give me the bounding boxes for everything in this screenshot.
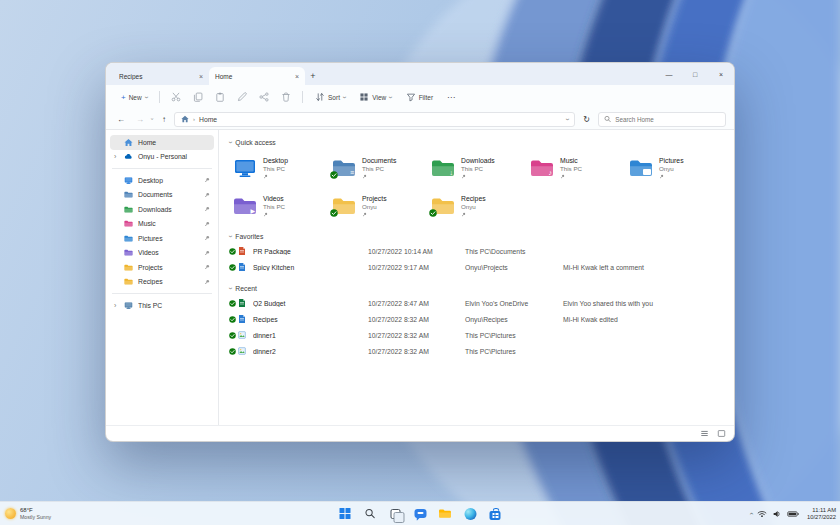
back-button[interactable]: ← (114, 115, 128, 124)
breadcrumb[interactable]: Home (199, 116, 217, 123)
up-button[interactable]: ↑ (159, 115, 169, 124)
taskbar-clock[interactable]: 11:11 AM 10/27/2022 (807, 507, 836, 521)
file-row-dinner2[interactable]: dinner2 10/27/2022 8:32 AM This PC\Pictu… (229, 343, 726, 359)
desktop: Recipes × Home × + — □ × + New › (0, 0, 840, 525)
refresh-button[interactable]: ↻ (580, 115, 593, 124)
pictures-folder-icon (629, 158, 653, 178)
weather-widget[interactable]: 68°F Mostly Sunny (5, 507, 51, 520)
cut-button[interactable] (167, 89, 185, 105)
delete-button[interactable] (277, 89, 295, 105)
sidebar-item-desktop[interactable]: Desktop (110, 173, 214, 188)
minimize-button[interactable]: — (656, 63, 682, 85)
battery-icon[interactable] (787, 510, 799, 518)
task-view-button[interactable] (387, 505, 404, 522)
sidebar-item-music[interactable]: Music (110, 217, 214, 232)
paste-button[interactable] (211, 89, 229, 105)
large-thumbnails-view-toggle[interactable] (717, 429, 726, 438)
expander-icon[interactable]: › (114, 153, 116, 160)
file-icon (238, 298, 246, 308)
search-box[interactable] (598, 112, 726, 127)
pin-icon (461, 174, 466, 179)
edge-button[interactable] (462, 505, 479, 522)
tab-close-icon[interactable]: × (295, 73, 299, 80)
breadcrumb-bar[interactable]: › Home › (174, 112, 575, 127)
collapse-chevron-icon[interactable]: › (227, 235, 234, 237)
share-icon (259, 92, 269, 102)
sidebar-item-this-pc[interactable]: › This PC (110, 298, 214, 313)
pictures-folder-icon (124, 234, 133, 243)
folder-icon (124, 277, 133, 286)
sync-status-icon (229, 248, 236, 255)
pin-icon (560, 174, 565, 179)
view-button[interactable]: View › (354, 89, 396, 105)
recent-header[interactable]: › Recent (229, 281, 726, 295)
maximize-button[interactable]: □ (682, 63, 708, 85)
pin-icon (204, 250, 210, 256)
tile-name: Desktop (263, 157, 288, 165)
sidebar-item-projects[interactable]: Projects (110, 260, 214, 275)
hidden-icons-chevron[interactable]: › (747, 512, 754, 514)
file-row-dinner1[interactable]: dinner1 10/27/2022 8:32 AM This PC\Pictu… (229, 327, 726, 343)
store-button[interactable] (487, 505, 504, 522)
recent-locations-button[interactable]: › (150, 118, 156, 120)
quick-access-tile-recipes[interactable]: Recipes Onyu (427, 189, 526, 223)
sidebar-item-downloads[interactable]: Downloads (110, 202, 214, 217)
sort-icon (315, 92, 325, 102)
share-button[interactable] (255, 89, 273, 105)
sidebar-item-videos[interactable]: Videos (110, 246, 214, 261)
quick-access-tile-videos[interactable]: ▶ Videos This PC (229, 189, 328, 223)
collapse-chevron-icon[interactable]: › (227, 141, 234, 143)
tile-location: Onyu (362, 203, 387, 211)
sidebar-item-documents[interactable]: Documents (110, 188, 214, 203)
tab-close-icon[interactable]: × (199, 73, 203, 80)
weather-condition: Mostly Sunny (20, 514, 51, 520)
chat-button[interactable] (412, 505, 429, 522)
forward-button[interactable]: → (133, 115, 147, 124)
sun-icon (5, 508, 16, 519)
documents-folder-icon (124, 190, 133, 199)
quick-access-tile-documents[interactable]: ≡ Documents This PC (328, 151, 427, 185)
quick-access-tile-desktop[interactable]: Desktop This PC (229, 151, 328, 185)
more-button[interactable]: ⋯ (442, 90, 460, 105)
sidebar-item-recipes[interactable]: Recipes (110, 275, 214, 290)
tab-recipes[interactable]: Recipes × (113, 67, 209, 85)
wifi-icon[interactable] (757, 510, 767, 518)
new-button[interactable]: + New › (116, 90, 152, 105)
file-location: This PC\Pictures (465, 348, 563, 355)
quick-access-tile-projects[interactable]: Projects Onyu (328, 189, 427, 223)
expander-icon[interactable]: › (114, 302, 116, 309)
quick-access-tile-downloads[interactable]: ↓ Downloads This PC (427, 151, 526, 185)
address-dropdown-icon[interactable]: › (564, 118, 571, 120)
file-explorer-button[interactable] (437, 505, 454, 522)
file-row-recipes[interactable]: Recipes 10/27/2022 8:32 AM Onyu\Recipes … (229, 311, 726, 327)
system-tray: › 11:11 AM 10/27/2022 (750, 507, 836, 521)
file-row-pr-package[interactable]: PR Package 10/27/2022 10:14 AM This PC\D… (229, 243, 726, 259)
pin-icon (204, 221, 210, 227)
chevron-down-icon: › (341, 96, 348, 98)
sidebar-item-home[interactable]: Home (110, 135, 214, 150)
sort-button[interactable]: Sort › (310, 89, 350, 105)
quick-access-header[interactable]: › Quick access (229, 135, 726, 149)
tab-home[interactable]: Home × (209, 67, 305, 85)
start-button[interactable] (337, 505, 354, 522)
new-tab-button[interactable]: + (305, 68, 321, 84)
search-button[interactable] (362, 505, 379, 522)
close-button[interactable]: × (708, 63, 734, 85)
collapse-chevron-icon[interactable]: › (227, 287, 234, 289)
file-date: 10/27/2022 8:32 AM (368, 332, 465, 339)
favorites-header[interactable]: › Favorites (229, 229, 726, 243)
file-row-spicy-kitchen[interactable]: Spicy Kitchen 10/27/2022 9:17 AM Onyu\Pr… (229, 259, 726, 275)
copy-button[interactable] (189, 89, 207, 105)
file-explorer-window: Recipes × Home × + — □ × + New › (105, 62, 735, 442)
sidebar-item-pictures[interactable]: Pictures (110, 231, 214, 246)
filter-button[interactable]: Filter (401, 89, 438, 105)
quick-access-tile-pictures[interactable]: Pictures Onyu (625, 151, 724, 185)
sidebar-item-onedrive[interactable]: › Onyu - Personal (110, 150, 214, 165)
search-input[interactable] (615, 116, 720, 123)
volume-icon[interactable] (772, 510, 782, 518)
sync-status-icon (229, 264, 236, 271)
file-row-q2-budget[interactable]: Q2 Budget 10/27/2022 8:47 AM Elvin Yoo's… (229, 295, 726, 311)
details-view-toggle[interactable] (700, 429, 709, 438)
quick-access-tile-music[interactable]: ♪ Music This PC (526, 151, 625, 185)
rename-button[interactable] (233, 89, 251, 105)
